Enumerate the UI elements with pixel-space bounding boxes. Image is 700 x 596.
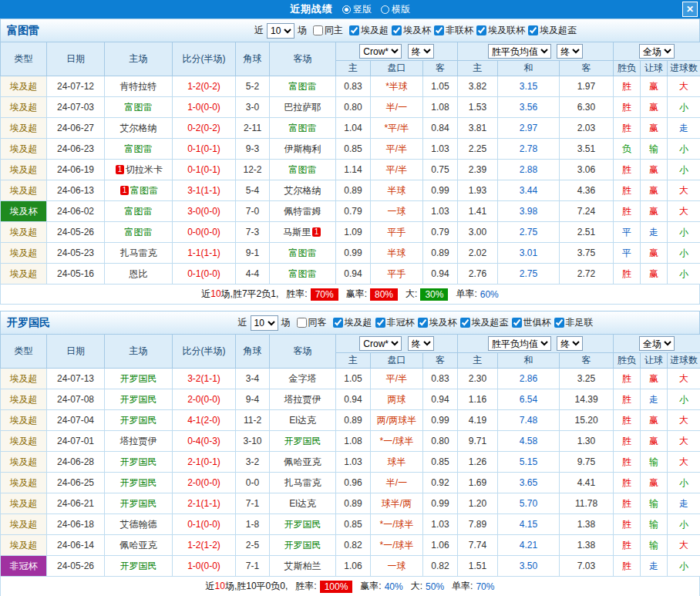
away-team-cell: 巴拉萨耶: [270, 97, 336, 118]
same-venue-checkbox[interactable]: 同主: [310, 24, 343, 37]
ah-line-cell: 半/一: [371, 473, 423, 493]
score-cell: 0-0(0-0): [173, 222, 236, 243]
team-label: 富图雷: [125, 206, 153, 217]
scope-select[interactable]: 全场: [639, 336, 675, 351]
stat-value: 60%: [480, 289, 499, 300]
ah-home-odds-cell: 0.89: [336, 180, 371, 201]
euro-away-cell: 4.41: [560, 473, 614, 493]
league-checkbox[interactable]: 埃及杯: [389, 24, 431, 37]
euro-home-cell: 3.00: [458, 222, 498, 243]
home-team-cell: 富图雷: [105, 97, 173, 118]
handicap-result-cell: 输: [641, 514, 668, 535]
league-checkbox-input[interactable]: [512, 318, 522, 328]
league-checkbox-input[interactable]: [554, 318, 564, 328]
result-cell: 胜: [614, 118, 641, 139]
same-venue-checkbox[interactable]: 同客: [294, 316, 327, 329]
handicap-result-cell: 赢: [641, 160, 668, 180]
league-checkbox-input[interactable]: [333, 318, 343, 328]
vertical-radio-input[interactable]: [342, 5, 351, 14]
bookmaker-select[interactable]: Crow*: [359, 44, 402, 59]
ah-period-select[interactable]: 终: [408, 44, 434, 59]
handicap-result-cell: 赢: [641, 264, 668, 285]
euro-draw-cell: 5.70: [498, 493, 560, 514]
same-venue-input[interactable]: [297, 318, 307, 328]
ah-home-odds-cell: 0.89: [336, 493, 371, 514]
summary-lead: 近10场,胜7平2负1,: [201, 288, 278, 301]
euro-odds-group: 胜平负均值 终: [458, 335, 614, 353]
league-checkbox-input[interactable]: [460, 318, 470, 328]
euro-period-select[interactable]: 终: [557, 44, 583, 59]
league-checkbox[interactable]: 埃及超: [346, 24, 389, 37]
league-checkbox[interactable]: 埃及超盃: [525, 24, 577, 37]
euro-draw-cell: 2.75: [498, 264, 560, 285]
euro-home-cell: 2.39: [458, 160, 498, 180]
euro-draw-cell: 3.56: [498, 97, 560, 118]
match-type-cell: 埃及超: [1, 473, 47, 493]
handicap-result-cell: 赢: [641, 76, 668, 97]
league-checkbox[interactable]: 埃及超: [330, 316, 372, 329]
league-checkbox-input[interactable]: [392, 25, 402, 35]
league-checkbox[interactable]: 非冠杯: [372, 316, 415, 329]
euro-home-cell: 3.82: [458, 76, 498, 97]
euro-metric-select[interactable]: 胜平负均值: [488, 336, 551, 351]
match-type-cell: 埃及超: [1, 452, 47, 473]
goals-result-cell: 走: [668, 118, 700, 139]
league-checkbox[interactable]: 埃及超盃: [457, 316, 509, 329]
league-label: 非足联: [566, 316, 594, 329]
date-cell: 24-06-18: [47, 514, 105, 535]
league-checkbox-input[interactable]: [418, 318, 428, 328]
stat-label: 大:: [406, 288, 417, 301]
away-team-cell: 扎马雷克: [270, 473, 336, 493]
match-row: 埃及超24-07-01塔拉贾伊0-4(0-3)3-10开罗国民1.08*一/球半…: [1, 431, 700, 452]
league-checkbox[interactable]: 非足联: [551, 316, 594, 329]
euro-away-cell: 7.24: [560, 201, 614, 222]
league-checkbox-input[interactable]: [528, 25, 538, 35]
handicap-result-cell: 赢: [641, 180, 668, 201]
league-checkbox[interactable]: 埃及联杯: [473, 24, 525, 37]
goals-result-cell: 大: [668, 452, 700, 473]
section-header: 富图雷 近 10 场 同主 埃及超埃及杯非联杯埃及联杯埃及超盃: [0, 19, 700, 42]
league-checkbox-input[interactable]: [476, 25, 486, 35]
team-label: 塔拉贾伊: [120, 436, 157, 446]
team-label: 马斯里: [283, 227, 311, 237]
layout-radio-horizontal[interactable]: 横版: [381, 3, 410, 16]
scope-select[interactable]: 全场: [639, 44, 675, 59]
score-cell: 1-0(0-0): [173, 97, 236, 118]
bookmaker-select[interactable]: Crow*: [359, 336, 402, 351]
euro-draw-cell: 3.98: [498, 201, 560, 222]
match-row: 埃及超24-06-28开罗国民2-1(0-1)3-2佩哈亚克1.03球半0.85…: [1, 452, 700, 473]
col-type: 类型: [1, 335, 47, 369]
team-label: 佩特雷姆: [284, 206, 321, 217]
ah-away-odds-cell: 1.05: [423, 76, 458, 97]
euro-home-cell: 7.74: [458, 535, 498, 556]
recent-count-select[interactable]: 10: [267, 23, 294, 39]
asian-handicap-group: Crow* 终: [336, 42, 458, 61]
horizontal-radio-input[interactable]: [381, 5, 389, 14]
score-cell: 0-1(0-1): [173, 139, 236, 160]
league-checkbox[interactable]: 世俱杯: [509, 316, 551, 329]
close-button[interactable]: ✕: [682, 2, 698, 17]
team-label: 肯特拉特: [120, 81, 157, 92]
layout-radio-vertical[interactable]: 竖版: [342, 3, 372, 16]
league-checkbox-input[interactable]: [349, 25, 359, 35]
league-checkbox[interactable]: 埃及杯: [415, 316, 457, 329]
recent-count-select[interactable]: 10: [251, 315, 278, 331]
date-cell: 24-07-12: [47, 76, 105, 97]
ah-away-odds-cell: 0.99: [423, 180, 458, 201]
league-checkbox-input[interactable]: [375, 318, 385, 328]
euro-home-cell: 1.51: [458, 556, 498, 577]
ah-home-odds-cell: 0.79: [336, 201, 371, 222]
titlebar: 近期战绩 竖版 横版 ✕: [0, 0, 700, 19]
horizontal-radio-label: 横版: [392, 3, 410, 16]
ah-home-odds-cell: 0.94: [336, 264, 371, 285]
ah-away-odds-cell: 1.03: [423, 514, 458, 535]
asian-handicap-group: Crow* 终: [336, 335, 458, 353]
match-type-cell: 埃及超: [1, 222, 47, 243]
euro-metric-select[interactable]: 胜平负均值: [488, 44, 551, 59]
same-venue-input[interactable]: [313, 25, 323, 35]
euro-draw-cell: 3.01: [498, 243, 560, 264]
league-checkbox-input[interactable]: [434, 25, 444, 35]
league-checkbox[interactable]: 非联杯: [431, 24, 473, 37]
ah-period-select[interactable]: 终: [408, 336, 434, 351]
euro-period-select[interactable]: 终: [557, 336, 583, 351]
